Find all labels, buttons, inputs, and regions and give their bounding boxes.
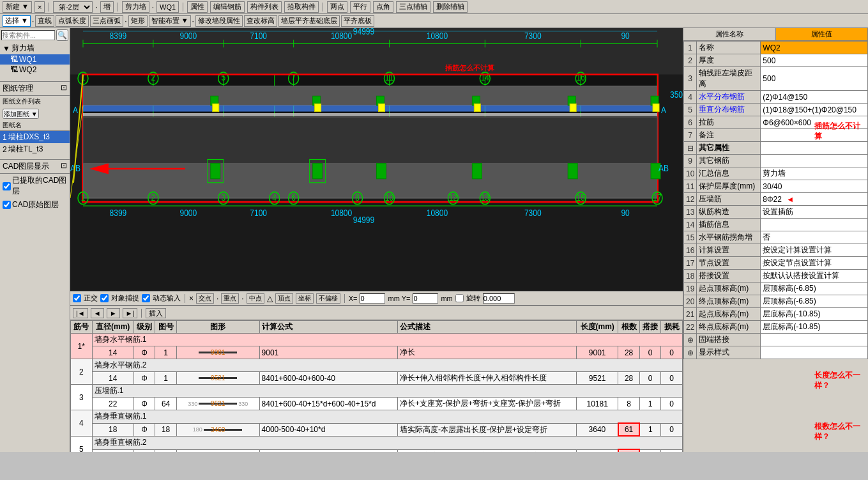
prop-value-8[interactable] bbox=[761, 142, 868, 155]
rotate-check[interactable] bbox=[455, 294, 464, 302]
level-plate-button[interactable]: 平齐底板 bbox=[341, 15, 374, 27]
edit-rebar-button[interactable]: 编辑钢筋 bbox=[210, 1, 245, 13]
rebar-name-row-1[interactable]: 2墙身水平钢筋.2 bbox=[71, 359, 683, 372]
new-button[interactable]: 新建 ▼ bbox=[3, 1, 32, 13]
insert-button[interactable]: 插入 bbox=[146, 308, 166, 318]
search-button[interactable]: 🔍 bbox=[56, 29, 68, 41]
rebar-name-row-0[interactable]: 1*墙身水平钢筋.1 bbox=[71, 334, 683, 346]
prop-value-9[interactable] bbox=[761, 155, 868, 167]
shear-wall-tree-item[interactable]: ▼ 剪力墙 bbox=[0, 42, 70, 54]
paper-item-2[interactable]: 2 墙柱TL_t3 bbox=[0, 143, 70, 155]
dynamic-check[interactable] bbox=[142, 294, 150, 302]
prop-value-23[interactable] bbox=[761, 334, 868, 346]
prop-value-5[interactable]: (1)Φ18@150+(1)Φ20@150 bbox=[761, 104, 868, 116]
prop-value-18[interactable]: 按默认认搭接设置计算 bbox=[761, 270, 868, 283]
delete-aux-button[interactable]: 删除辅轴 bbox=[433, 1, 468, 13]
rebar-count-3: 61 bbox=[618, 423, 640, 436]
prop-value-38[interactable] bbox=[761, 346, 868, 359]
level-base-button[interactable]: 墙层平齐基础底层 bbox=[278, 15, 340, 27]
wq1-tree-item[interactable]: 🏗 WQ1 bbox=[0, 54, 70, 65]
y-input[interactable] bbox=[413, 293, 438, 304]
select-button[interactable]: 选择 ▼ bbox=[3, 15, 31, 27]
prop-value-2[interactable]: 500 bbox=[761, 54, 868, 67]
top-button[interactable]: 顶点 bbox=[275, 293, 293, 304]
snap-check[interactable] bbox=[100, 294, 109, 302]
prop-value-4[interactable]: (2)Φ14@150 bbox=[761, 91, 868, 104]
svg-text:1: 1 bbox=[81, 192, 86, 202]
rebar-name-row-2[interactable]: 3压墙筋.1 bbox=[71, 385, 683, 398]
smart-layout-button[interactable]: 智能布置 ▼ bbox=[149, 15, 191, 27]
paper-item-1[interactable]: 1 墙柱DXS_t3 bbox=[0, 131, 70, 143]
prop-row-8: ⊟其它属性 bbox=[684, 142, 868, 155]
prop-value-17[interactable]: 按设定节点设置计算 bbox=[761, 257, 868, 270]
prop-value-22[interactable]: 层底标高(-10.85) bbox=[761, 321, 868, 334]
pickup-button[interactable]: 拾取构件 bbox=[284, 1, 319, 13]
prop-name-7: 备注 bbox=[697, 129, 761, 142]
rebar-drawing-no-0: 1 bbox=[155, 346, 177, 359]
cad-layer-item-1: 已提取的CAD图层 bbox=[0, 174, 70, 198]
coord-button[interactable]: 坐标 bbox=[296, 293, 314, 304]
end-button[interactable]: ►| bbox=[123, 308, 138, 318]
cad-layer-check-1[interactable] bbox=[3, 182, 11, 190]
rebar-name-row-4[interactable]: 5墙身垂直钢筋.2 bbox=[71, 436, 683, 449]
rebar-data-row-2[interactable]: 22Φ6433095213308401+600-40+15*d+600-40+1… bbox=[71, 398, 683, 410]
prop-value-20[interactable]: 层顶标高(-6.85) bbox=[761, 295, 868, 308]
cross-button[interactable]: 交点 bbox=[196, 293, 214, 304]
sep1: · bbox=[32, 17, 34, 26]
three-aux-button[interactable]: 三点辅轴 bbox=[396, 1, 430, 13]
rectangle-button[interactable]: 矩形 bbox=[128, 15, 148, 27]
prop-value-15[interactable]: 否 bbox=[761, 231, 868, 244]
prop-value-1[interactable]: WQ2 bbox=[761, 42, 868, 54]
floor-select[interactable]: 第·2层 bbox=[53, 1, 93, 13]
three-arc-button[interactable]: 三点画弧 bbox=[90, 15, 123, 27]
canvas-area[interactable]: 8399 9000 7100 10800 10800 7300 90 94999 bbox=[70, 28, 683, 291]
prop-value-19[interactable]: 层顶标高(-6.85) bbox=[761, 283, 868, 295]
prop-value-13[interactable]: 设置插筋 bbox=[761, 206, 868, 219]
two-points-button[interactable]: 两点 bbox=[327, 1, 347, 13]
check-mark-button[interactable]: 查改标高 bbox=[244, 15, 277, 27]
rebar-data-row-0[interactable]: 14Φ190019001净长90012800 bbox=[71, 346, 683, 359]
next-button[interactable]: ► bbox=[107, 308, 120, 318]
add-floor-button[interactable]: 增 bbox=[100, 1, 114, 13]
no-offset-button[interactable]: 不偏移 bbox=[316, 293, 340, 304]
arc-point-button[interactable]: 点弧长度 bbox=[56, 15, 89, 27]
rebar-data-row-4[interactable]: 20Φ1820034604000-500-40+10*d墙实际高度-本层露出长度… bbox=[71, 449, 683, 452]
orthogonal-check[interactable] bbox=[73, 294, 81, 302]
modify-layer-button[interactable]: 修改墙段属性 bbox=[195, 15, 243, 27]
prop-value-12[interactable]: 8Φ22 ◄ bbox=[761, 193, 868, 206]
close-button[interactable]: × bbox=[34, 1, 45, 13]
prop-name-19: 起点顶标高(m) bbox=[697, 283, 761, 295]
cad-layer-check-2[interactable] bbox=[3, 201, 11, 209]
rebar-data-row-1[interactable]: 14Φ195218401+600-40+600-40净长+伸入相邻构件长度+伸入… bbox=[71, 372, 683, 385]
search-input[interactable] bbox=[1, 30, 55, 40]
file-list-label: 图纸文件列表 bbox=[0, 96, 70, 107]
rebar-name-2: 压墙筋.1 bbox=[92, 385, 682, 398]
component-list-button[interactable]: 构件列表 bbox=[247, 1, 282, 13]
parallel-button[interactable]: 平行 bbox=[350, 1, 370, 13]
x-input[interactable] bbox=[360, 293, 385, 304]
rebar-data-row-3[interactable]: 18Φ1818034604000-500-40+10*d墙实际高度-本层露出长度… bbox=[71, 423, 683, 436]
prop-value-10[interactable]: 剪力墙 bbox=[761, 167, 868, 180]
rebar-table-container[interactable]: 筋号 直径(mm) 级别 图号 图形 计算公式 公式描述 长度(mm) 根数 搭… bbox=[70, 320, 683, 452]
prop-value-11[interactable]: 30/40 bbox=[761, 180, 868, 193]
rebar-name-row-3[interactable]: 4墙身垂直钢筋.1 bbox=[71, 410, 683, 424]
corner-button[interactable]: 点角 bbox=[373, 1, 393, 13]
center-button[interactable]: 中点 bbox=[247, 293, 264, 304]
add-paper-button[interactable]: 添加图纸 ▼ bbox=[3, 109, 39, 119]
svg-rect-48 bbox=[83, 113, 657, 116]
shear-wall-button[interactable]: 剪力墙 bbox=[122, 1, 149, 13]
wq2-tree-item[interactable]: 🏗 WQ2 bbox=[0, 65, 70, 75]
rebar-desc-0: 净长 bbox=[397, 346, 576, 359]
wq1-button[interactable]: WQ1 bbox=[156, 1, 179, 13]
prev-button[interactable]: ◄ bbox=[91, 308, 104, 318]
prop-value-16[interactable]: 按设定计算设置计算 bbox=[761, 244, 868, 257]
prop-value-14[interactable] bbox=[761, 219, 868, 231]
line-button[interactable]: 直线 bbox=[35, 15, 54, 27]
midpoint-button[interactable]: 重点 bbox=[221, 293, 239, 304]
center-area: 8399 9000 7100 10800 10800 7300 90 94999 bbox=[70, 28, 683, 452]
prop-value-21[interactable]: 层底标高(-10.85) bbox=[761, 308, 868, 321]
property-button[interactable]: 属性 bbox=[187, 1, 208, 13]
start-button[interactable]: |◄ bbox=[73, 308, 88, 318]
prop-value-3[interactable]: 500 bbox=[761, 67, 868, 91]
rotate-input[interactable] bbox=[483, 293, 515, 304]
